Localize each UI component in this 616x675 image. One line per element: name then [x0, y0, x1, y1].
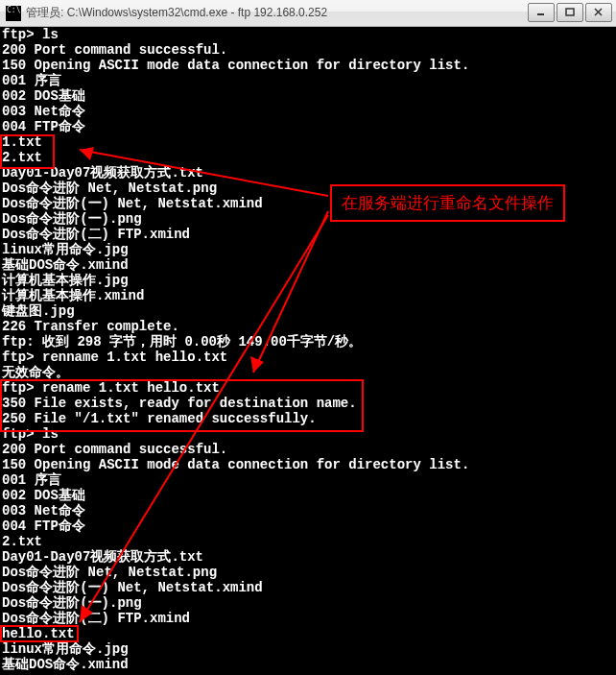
terminal-line: 150 Opening ASCII mode data connection f… [2, 457, 612, 472]
terminal-line: 001 序言 [2, 472, 612, 488]
terminal-line: 003 Net命令 [2, 503, 612, 518]
terminal-line: 2.txt [2, 150, 612, 165]
terminal-line: Dos命令进阶 Net, Netstat.png [2, 181, 612, 196]
terminal-line: Dos命令进阶(一).png [2, 595, 612, 611]
terminal-line: 004 FTP命令 [2, 119, 612, 134]
terminal-line: ftp> ls [2, 426, 612, 442]
terminal-line: Dos命令进阶(一) Net, Netstat.xmind [2, 196, 612, 211]
terminal-output[interactable]: ftp> ls200 Port command successful.150 O… [0, 27, 616, 675]
minimize-button[interactable] [528, 3, 555, 22]
terminal-line: 计算机基本操作.jpg [2, 273, 612, 288]
terminal-line: 计算机基本操作.xmind [2, 288, 612, 303]
terminal-line: 250 File "/1.txt" renamed successfully. [2, 411, 612, 426]
close-button[interactable] [585, 3, 612, 22]
terminal-line: Dos命令进阶(一).png [2, 211, 612, 227]
terminal-line: 200 Port command successful. [2, 42, 612, 58]
terminal-line: linux常用命令.jpg [2, 242, 612, 257]
terminal-line: 003 Net命令 [2, 104, 612, 119]
terminal-line: ftp> renname 1.txt hello.txt [2, 350, 612, 365]
terminal-line: 无效命令。 [2, 365, 612, 380]
terminal-line: 226 Transfer complete. [2, 319, 612, 334]
terminal-line: 键盘图.jpg [2, 303, 612, 319]
terminal-line: 基础DOS命令.xmind [2, 257, 612, 273]
svg-rect-1 [566, 9, 574, 15]
terminal-line: Dos命令进阶 Net, Netstat.png [2, 565, 612, 580]
terminal-line: ftp> rename 1.txt hello.txt [2, 380, 612, 396]
terminal-line: 1.txt [2, 134, 612, 150]
terminal-line: 002 DOS基础 [2, 88, 612, 104]
terminal-line: Day01-Day07视频获取方式.txt [2, 165, 612, 181]
terminal-line: 2.txt [2, 534, 612, 549]
terminal-line: Dos命令进阶(二) FTP.xmind [2, 611, 612, 626]
cmd-icon [6, 6, 21, 21]
terminal-line: 002 DOS基础 [2, 488, 612, 503]
window-title: 管理员: C:\Windows\system32\cmd.exe - ftp 1… [26, 5, 327, 21]
terminal-line: Dos命令进阶(一) Net, Netstat.xmind [2, 580, 612, 595]
terminal-line: 004 FTP命令 [2, 518, 612, 534]
terminal-line: Day01-Day07视频获取方式.txt [2, 549, 612, 565]
terminal-line: 001 序言 [2, 73, 612, 88]
terminal-line: ftp: 收到 298 字节，用时 0.00秒 149.00千字节/秒。 [2, 334, 612, 350]
maximize-button[interactable] [557, 3, 583, 22]
terminal-line: 150 Opening ASCII mode data connection f… [2, 58, 612, 73]
terminal-line: 200 Port command successful. [2, 442, 612, 457]
window-buttons [528, 3, 612, 22]
window-titlebar: 管理员: C:\Windows\system32\cmd.exe - ftp 1… [0, 0, 616, 27]
terminal-line: ftp> ls [2, 27, 612, 42]
terminal-line: hello.txt [2, 626, 612, 641]
terminal-line: linux常用命令.jpg [2, 641, 612, 657]
terminal-line: Dos命令进阶(二) FTP.xmind [2, 227, 612, 242]
terminal-line: 基础DOS命令.xmind [2, 657, 612, 672]
terminal-line: 350 File exists, ready for destination n… [2, 396, 612, 411]
